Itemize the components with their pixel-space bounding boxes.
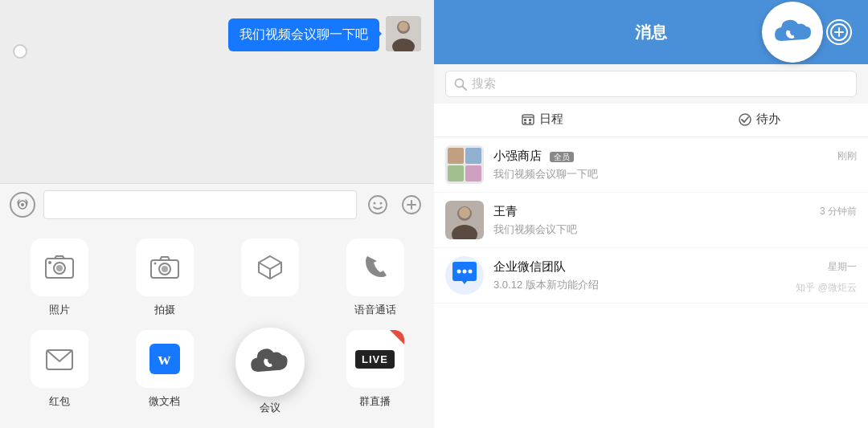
right-panel: 消息 搜索 xyxy=(434,0,868,428)
grid-label-photo: 照片 xyxy=(49,303,70,317)
qywx-avatar-circle xyxy=(445,256,484,295)
grid-panel: 照片 拍摄 xyxy=(0,226,434,428)
right-header: 消息 xyxy=(434,0,868,64)
grid-item-hongbao[interactable]: 红包 xyxy=(13,330,105,415)
avatar-cell-4 xyxy=(465,165,481,181)
message-row: 我们视频会议聊一下吧 xyxy=(228,16,421,51)
msg-preview-wangqing: 我们视频会议下吧 xyxy=(493,222,857,237)
tab-schedule-label: 日程 xyxy=(539,112,563,127)
grid-item-meeting[interactable]: 会议 xyxy=(223,330,316,415)
cloud-header-button[interactable] xyxy=(762,2,823,63)
svg-point-6 xyxy=(369,196,387,214)
phone-icon-box xyxy=(346,238,404,296)
live-icon-box: LIVE xyxy=(346,330,404,388)
hongbao-icon-box xyxy=(31,330,88,388)
svg-point-3 xyxy=(399,22,408,31)
msg-top-xiaoqiang: 小强商店 全员 刚刚 xyxy=(493,149,857,164)
svg-rect-33 xyxy=(529,122,531,124)
envelope-icon xyxy=(46,347,73,371)
add-contact-button[interactable] xyxy=(826,19,852,45)
grid-item-voice-call[interactable]: 语音通话 xyxy=(329,238,421,317)
voice-button[interactable] xyxy=(10,192,35,218)
grid-label-hongbao: 红包 xyxy=(49,394,70,409)
svg-point-34 xyxy=(739,114,751,125)
chat-area: 我们视频会议聊一下吧 xyxy=(0,0,434,183)
qywx-icon xyxy=(449,261,480,290)
svg-point-15 xyxy=(48,261,51,264)
svg-rect-32 xyxy=(524,122,526,124)
svg-point-40 xyxy=(463,270,467,274)
svg-point-7 xyxy=(374,202,376,205)
red-corner-live xyxy=(390,330,404,344)
msg-preview-qywx: 3.0.12 版本新功能介绍 xyxy=(493,278,857,292)
tab-todo[interactable]: 待办 xyxy=(651,104,868,137)
sender-avatar xyxy=(386,16,421,51)
w-letter: w xyxy=(158,349,171,369)
left-panel: 我们视频会议聊一下吧 xyxy=(0,0,434,428)
message-item-xiaoqiang[interactable]: 小强商店 全员 刚刚 我们视频会议聊一下吧 xyxy=(434,137,868,193)
avatar-cell-2 xyxy=(465,148,481,164)
msg-body-xiaoqiang: 小强商店 全员 刚刚 我们视频会议聊一下吧 xyxy=(493,149,857,181)
msg-name-qywx: 企业微信团队 xyxy=(493,259,566,275)
read-indicator xyxy=(13,44,27,59)
emoji-button[interactable] xyxy=(365,192,391,218)
message-item-qywx[interactable]: 企业微信团队 星期一 3.0.12 版本新功能介绍 知乎 @微炬云 xyxy=(434,248,868,304)
msg-preview-xiaoqiang: 我们视频会议聊一下吧 xyxy=(493,167,857,181)
grid-item-3d[interactable] xyxy=(223,238,316,317)
photo-icon-box xyxy=(31,238,88,296)
svg-rect-31 xyxy=(529,119,531,121)
grid-label-live: 群直播 xyxy=(359,394,391,409)
tabs-row: 日程 待办 xyxy=(434,104,868,137)
chat-bubble: 我们视频会议聊一下吧 xyxy=(228,18,379,51)
camera-icon xyxy=(150,255,179,279)
svg-point-8 xyxy=(380,202,383,205)
bubble-text: 我们视频会议聊一下吧 xyxy=(240,27,368,41)
svg-point-39 xyxy=(457,270,461,274)
grid-item-weidoc[interactable]: w 微文档 xyxy=(118,330,211,415)
search-input-wrapper[interactable]: 搜索 xyxy=(445,71,857,97)
meeting-icon-box xyxy=(235,328,304,397)
avatar-cell-3 xyxy=(448,165,464,181)
tag-badge-quanyuan: 全员 xyxy=(550,152,574,162)
msg-name-xiaoqiang: 小强商店 全员 xyxy=(493,149,574,164)
emoji-icon xyxy=(367,194,388,215)
live-badge: LIVE xyxy=(355,350,395,369)
camera-icon-box xyxy=(136,238,194,296)
svg-rect-30 xyxy=(524,119,526,121)
msg-top-wangqing: 王青 3 分钟前 xyxy=(493,204,857,219)
msg-top-qywx: 企业微信团队 星期一 xyxy=(493,259,857,275)
avatar-svg xyxy=(386,16,421,51)
add-content-button[interactable] xyxy=(399,192,424,218)
svg-point-18 xyxy=(162,266,168,272)
grid-label-voice: 语音通话 xyxy=(354,303,396,317)
cube-icon-box xyxy=(241,238,299,296)
msg-time-xiaoqiang: 刚刚 xyxy=(837,149,857,163)
message-item-wangqing[interactable]: 王青 3 分钟前 我们视频会议下吧 xyxy=(434,193,868,248)
search-placeholder-text: 搜索 xyxy=(472,76,496,92)
msg-time-qywx: 星期一 xyxy=(828,260,857,274)
message-input[interactable] xyxy=(43,190,357,219)
grid-item-live[interactable]: LIVE 群直播 xyxy=(329,330,421,415)
grid-label-camera: 拍摄 xyxy=(154,303,175,317)
svg-line-27 xyxy=(463,86,467,90)
tab-schedule[interactable]: 日程 xyxy=(434,104,651,137)
svg-point-5 xyxy=(21,203,24,206)
todo-icon xyxy=(739,113,751,126)
msg-name-wangqing: 王青 xyxy=(493,204,518,219)
grid-item-photo[interactable]: 照片 xyxy=(13,238,105,317)
cloud-header-icon xyxy=(774,17,811,47)
msg-body-qywx: 企业微信团队 星期一 3.0.12 版本新功能介绍 xyxy=(493,259,857,292)
grid-label-meeting: 会议 xyxy=(260,401,280,415)
grid-item-camera[interactable]: 拍摄 xyxy=(118,238,211,317)
plus-circle-icon xyxy=(830,23,848,41)
msg-body-wangqing: 王青 3 分钟前 我们视频会议下吧 xyxy=(493,204,857,237)
svg-point-41 xyxy=(469,270,473,274)
weidoc-icon-box: w xyxy=(136,330,194,388)
schedule-icon xyxy=(522,114,534,125)
wangqing-avatar-svg xyxy=(445,201,484,239)
cube-icon xyxy=(256,253,285,282)
header-title: 消息 xyxy=(635,22,667,43)
msg-time-wangqing: 3 分钟前 xyxy=(820,205,857,218)
phone-icon xyxy=(362,255,388,280)
voice-icon xyxy=(15,198,30,212)
